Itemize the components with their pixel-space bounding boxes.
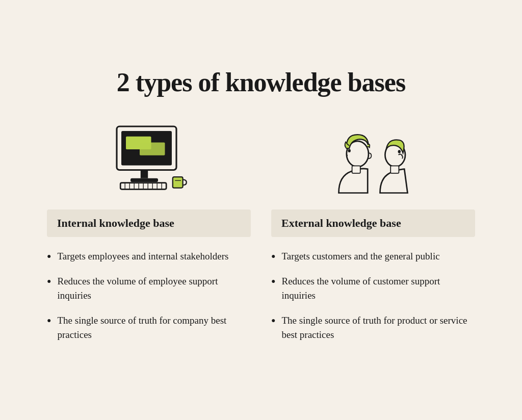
- people-icon: [327, 120, 419, 197]
- bullet-dot: ●: [271, 251, 275, 261]
- bullet-text: Targets customers and the general public: [281, 249, 439, 264]
- bullet-text: Reduces the volume of customer support i…: [281, 274, 475, 302]
- two-column-layout: Internal knowledge base ● Targets employ…: [47, 118, 475, 353]
- internal-header-text: Internal knowledge base: [57, 217, 174, 229]
- external-illustration-area: [271, 118, 475, 199]
- svg-rect-4: [141, 170, 148, 178]
- list-item: ● Targets customers and the general publ…: [271, 249, 475, 264]
- bullet-dot: ●: [47, 276, 51, 286]
- external-bullet-list: ● Targets customers and the general publ…: [271, 249, 475, 342]
- svg-point-23: [348, 149, 351, 152]
- computer-icon: [103, 120, 195, 197]
- list-item: ● Reduces the volume of customer support…: [271, 274, 475, 302]
- internal-header-box: Internal knowledge base: [47, 209, 251, 237]
- bullet-text: Reduces the volume of employee support i…: [57, 274, 251, 302]
- svg-rect-22: [352, 166, 360, 173]
- page-container: 2 types of knowledge bases: [16, 47, 506, 374]
- bullet-text: The single source of truth for company b…: [57, 313, 251, 342]
- internal-bullet-list: ● Targets employees and internal stakeho…: [47, 249, 251, 342]
- bullet-dot: ●: [47, 251, 51, 261]
- external-column: External knowledge base ● Targets custom…: [271, 118, 475, 353]
- list-item: ● Reduces the volume of employee support…: [47, 274, 251, 302]
- external-header-box: External knowledge base: [271, 209, 475, 237]
- bullet-dot: ●: [47, 316, 51, 326]
- svg-point-20: [398, 150, 401, 153]
- external-header-text: External knowledge base: [281, 217, 401, 229]
- list-item: ● The single source of truth for company…: [47, 313, 251, 342]
- svg-rect-3: [140, 142, 165, 155]
- svg-rect-16: [173, 177, 183, 188]
- list-item: ● Targets employees and internal stakeho…: [47, 249, 251, 264]
- bullet-dot: ●: [271, 316, 275, 326]
- svg-rect-5: [130, 178, 158, 181]
- bullet-text: Targets employees and internal stakehold…: [57, 249, 228, 264]
- internal-illustration-area: [47, 118, 251, 199]
- internal-column: Internal knowledge base ● Targets employ…: [47, 118, 251, 353]
- bullet-dot: ●: [271, 276, 275, 286]
- list-item: ● The single source of truth for product…: [271, 313, 475, 342]
- bullet-text: The single source of truth for product o…: [281, 313, 475, 342]
- page-title: 2 types of knowledge bases: [47, 67, 475, 97]
- svg-rect-19: [390, 166, 399, 173]
